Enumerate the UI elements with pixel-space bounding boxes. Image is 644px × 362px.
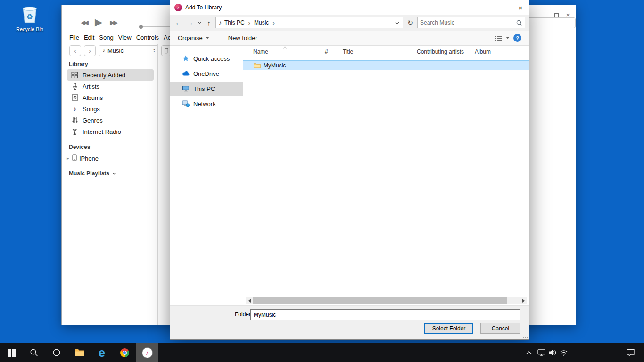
collection-select[interactable]: ♪ Music ▴▾ bbox=[99, 45, 158, 56]
back-button[interactable]: ‹ bbox=[69, 45, 81, 56]
file-list-pane: Name # Title Contributing artists Album … bbox=[243, 46, 529, 305]
cancel-button[interactable]: Cancel bbox=[480, 323, 520, 334]
forward-arrow-icon[interactable]: → bbox=[186, 18, 194, 27]
breadcrumb-music[interactable]: Music bbox=[254, 19, 269, 26]
sidebar-item-internet-radio[interactable]: Internet Radio bbox=[67, 126, 154, 137]
edge-icon: e bbox=[99, 347, 105, 359]
help-icon[interactable]: ? bbox=[513, 34, 521, 42]
sidebar-item-label: This PC bbox=[193, 85, 215, 92]
dialog-sidebar: Quick access OneDrive This PC bbox=[170, 46, 243, 305]
cloud-icon bbox=[182, 71, 190, 76]
close-icon[interactable]: × bbox=[566, 13, 570, 17]
sidebar-item-label: Network bbox=[193, 100, 216, 107]
menu-view[interactable]: View bbox=[118, 34, 132, 41]
volume-slider[interactable] bbox=[140, 26, 171, 27]
folder-input[interactable] bbox=[250, 309, 520, 320]
history-chevron-icon[interactable] bbox=[197, 21, 202, 24]
sidebar-item-iphone[interactable]: ▸ iPhone bbox=[67, 152, 157, 165]
itunes-button[interactable]: ♪ bbox=[136, 343, 158, 362]
maximize-icon[interactable] bbox=[554, 13, 559, 17]
scroll-left-icon[interactable] bbox=[246, 299, 253, 303]
forward-button[interactable]: › bbox=[84, 45, 96, 56]
grid-icon bbox=[71, 72, 79, 79]
sidebar-item-label: Recently Added bbox=[83, 72, 125, 79]
sidebar-item-network[interactable]: Network bbox=[170, 97, 243, 111]
music-note-icon: ♪ bbox=[99, 47, 107, 54]
menu-song[interactable]: Song bbox=[99, 34, 113, 41]
chrome-button[interactable] bbox=[113, 343, 136, 362]
scrollbar-thumb[interactable] bbox=[253, 297, 507, 304]
cortana-button[interactable] bbox=[45, 343, 68, 362]
breadcrumb-separator-icon[interactable]: › bbox=[269, 19, 278, 26]
sidebar-item-recently-added[interactable]: Recently Added bbox=[67, 69, 154, 81]
sidebar-item-label: Genres bbox=[83, 117, 103, 124]
scrollbar-track[interactable] bbox=[253, 297, 520, 304]
chevron-right-icon[interactable]: ▸ bbox=[67, 156, 69, 161]
close-icon[interactable]: × bbox=[512, 0, 529, 15]
edge-button[interactable]: e bbox=[91, 343, 113, 362]
menu-controls[interactable]: Controls bbox=[136, 34, 159, 41]
breadcrumb[interactable]: ♪ This PC › Music › bbox=[215, 17, 403, 28]
tray-display-icon[interactable] bbox=[536, 343, 547, 362]
tray-wifi-icon[interactable] bbox=[558, 343, 570, 362]
folder-icon bbox=[74, 349, 84, 357]
spinner-icon[interactable]: ▴▾ bbox=[150, 46, 158, 56]
sidebar-item-albums[interactable]: Albums bbox=[67, 92, 154, 103]
sidebar-item-onedrive[interactable]: OneDrive bbox=[170, 66, 243, 81]
horizontal-scrollbar[interactable] bbox=[246, 297, 527, 304]
scroll-right-icon[interactable] bbox=[520, 299, 527, 303]
sidebar-item-quick-access[interactable]: Quick access bbox=[170, 51, 243, 66]
itunes-transport: ◀◀ ▶ ▶▶ bbox=[81, 16, 116, 28]
taskbar-search-button[interactable] bbox=[23, 343, 45, 362]
menu-edit[interactable]: Edit bbox=[84, 34, 94, 41]
search-icon[interactable] bbox=[516, 20, 522, 26]
tray-speaker-icon[interactable] bbox=[547, 343, 558, 362]
details-view-icon[interactable] bbox=[495, 35, 502, 41]
refresh-icon[interactable]: ↻ bbox=[405, 19, 415, 26]
column-album[interactable]: Album bbox=[471, 46, 529, 58]
menu-file[interactable]: File bbox=[69, 34, 79, 41]
sidebar-item-artists[interactable]: Artists bbox=[67, 81, 154, 92]
view-dropdown-icon[interactable] bbox=[506, 37, 510, 39]
dialog-body: Quick access OneDrive This PC bbox=[170, 46, 529, 305]
address-dropdown-icon[interactable] bbox=[395, 19, 403, 26]
sidebar-item-songs[interactable]: ♪ Songs bbox=[67, 103, 154, 115]
rewind-button[interactable]: ◀◀ bbox=[81, 19, 87, 26]
column-name[interactable]: Name bbox=[243, 46, 321, 58]
sidebar-item-genres[interactable]: Genres bbox=[67, 115, 154, 126]
chrome-icon bbox=[120, 348, 129, 357]
column-contributing-artists[interactable]: Contributing artists bbox=[414, 46, 471, 58]
chevron-down-icon bbox=[112, 173, 116, 175]
file-row-mymusic[interactable]: MyMusic bbox=[243, 60, 529, 70]
star-icon bbox=[182, 55, 190, 62]
action-center-icon[interactable] bbox=[623, 343, 637, 362]
computer-icon bbox=[182, 85, 190, 92]
itunes-nav-row: ‹ › ♪ Music ▴▾ bbox=[69, 45, 171, 56]
sidebar-item-this-pc[interactable]: This PC bbox=[170, 82, 243, 96]
sort-ascending-icon[interactable] bbox=[283, 46, 287, 49]
up-arrow-icon[interactable]: ↑ bbox=[205, 19, 213, 27]
column-number[interactable]: # bbox=[321, 46, 339, 58]
fast-forward-button[interactable]: ▶▶ bbox=[110, 19, 116, 26]
organise-button[interactable]: Organise bbox=[178, 34, 209, 41]
select-folder-button[interactable]: Select Folder bbox=[424, 323, 473, 334]
start-button[interactable] bbox=[0, 343, 23, 362]
back-arrow-icon[interactable]: ← bbox=[174, 18, 183, 27]
column-title[interactable]: Title bbox=[339, 46, 414, 58]
devices-header: Devices bbox=[69, 144, 157, 150]
file-explorer-button[interactable] bbox=[68, 343, 91, 362]
new-folder-button[interactable]: New folder bbox=[228, 34, 257, 41]
resize-grip[interactable] bbox=[523, 333, 528, 338]
itunes-app-icon: ♪ bbox=[174, 4, 182, 11]
breadcrumb-separator-icon[interactable]: › bbox=[245, 19, 254, 26]
search-input[interactable] bbox=[420, 19, 516, 26]
recycle-bin-icon[interactable]: ♻ Recycle Bin bbox=[12, 4, 47, 32]
volume-knob[interactable] bbox=[139, 25, 143, 29]
breadcrumb-this-pc[interactable]: This PC bbox=[224, 19, 245, 26]
tray-chevron-up-icon[interactable] bbox=[523, 343, 535, 362]
play-button[interactable]: ▶ bbox=[95, 16, 102, 28]
folder-icon bbox=[254, 63, 261, 68]
search-box[interactable] bbox=[417, 17, 525, 28]
library-header: Library bbox=[69, 61, 157, 67]
music-playlists-header[interactable]: Music Playlists bbox=[69, 170, 157, 177]
